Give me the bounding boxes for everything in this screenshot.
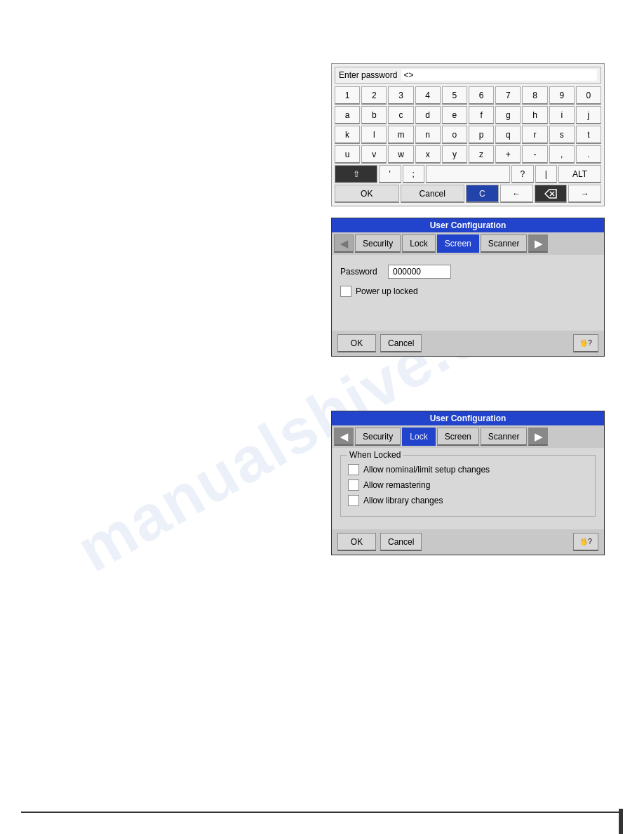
key-5[interactable]: 5 [442, 86, 467, 105]
key-shift[interactable]: ⇧ [335, 165, 377, 183]
panel-2-nav-left[interactable]: ◀ [334, 428, 354, 446]
power-up-locked-label: Power up locked [356, 286, 418, 296]
key-left-arrow[interactable]: ← [500, 185, 533, 203]
key-0[interactable]: 0 [576, 86, 601, 105]
power-up-locked-checkbox[interactable] [340, 286, 351, 297]
key-n[interactable]: n [415, 126, 441, 144]
key-right-arrow[interactable]: → [568, 185, 601, 203]
key-cancel[interactable]: Cancel [401, 185, 465, 203]
keyboard-title-row: Enter password [335, 67, 601, 84]
password-row: Password [340, 265, 596, 279]
key-6[interactable]: 6 [469, 86, 494, 105]
key-2[interactable]: 2 [361, 86, 387, 105]
help-icon-1: 🖐? [579, 339, 592, 347]
allow-library-checkbox[interactable] [348, 495, 359, 506]
power-up-locked-row: Power up locked [340, 286, 596, 297]
key-j[interactable]: j [576, 106, 601, 124]
key-alt[interactable]: ALT [558, 165, 601, 183]
key-o[interactable]: o [442, 126, 467, 144]
key-apostrophe[interactable]: ' [379, 165, 401, 183]
panel-2-help-button[interactable]: 🖐? [573, 533, 598, 551]
allow-nominal-checkbox[interactable] [348, 464, 359, 475]
key-p[interactable]: p [469, 126, 494, 144]
key-question[interactable]: ? [511, 165, 534, 183]
when-locked-group: When Locked Allow nominal/limit setup ch… [340, 455, 596, 517]
allow-remastering-label: Allow remastering [363, 480, 430, 490]
panel-2-body: When Locked Allow nominal/limit setup ch… [332, 448, 604, 529]
password-label: Password [340, 267, 382, 277]
help-icon-2: 🖐? [579, 538, 592, 545]
key-backspace[interactable] [535, 185, 568, 203]
key-h[interactable]: h [522, 106, 547, 124]
key-period[interactable]: . [576, 145, 601, 164]
panel-2-nav-right[interactable]: ▶ [528, 428, 548, 446]
key-u[interactable]: u [335, 145, 360, 164]
keyboard-title-label: Enter password [339, 70, 397, 80]
key-t[interactable]: t [576, 126, 601, 144]
tab-1-screen[interactable]: Screen [437, 234, 479, 253]
tab-1-lock[interactable]: Lock [402, 234, 435, 253]
key-x[interactable]: x [415, 145, 441, 164]
key-3[interactable]: 3 [388, 86, 413, 105]
panel-2-cancel-button[interactable]: Cancel [380, 533, 422, 551]
key-m[interactable]: m [388, 126, 413, 144]
panel-1-body: Password Power up locked [332, 255, 604, 331]
panel-2-footer: OK Cancel 🖐? [332, 529, 604, 555]
tab-2-scanner[interactable]: Scanner [481, 428, 528, 446]
key-clear[interactable]: C [466, 185, 499, 203]
key-b[interactable]: b [361, 106, 387, 124]
key-7[interactable]: 7 [495, 86, 521, 105]
key-4[interactable]: 4 [415, 86, 441, 105]
key-i[interactable]: i [549, 106, 575, 124]
password-input[interactable] [388, 265, 451, 279]
panel-1-ok-button[interactable]: OK [337, 334, 376, 352]
key-r[interactable]: r [522, 126, 547, 144]
key-c[interactable]: c [388, 106, 413, 124]
keyboard-row-k-t: k l m n o p q r s t [335, 126, 601, 144]
key-plus[interactable]: + [495, 145, 521, 164]
panel-1-nav-left[interactable]: ◀ [334, 234, 354, 253]
key-minus[interactable]: - [522, 145, 547, 164]
panel-2-ok-button[interactable]: OK [337, 533, 376, 551]
panel-1-help-button[interactable]: 🖐? [573, 334, 598, 352]
key-e[interactable]: e [442, 106, 467, 124]
svg-marker-0 [545, 190, 556, 198]
key-8[interactable]: 8 [522, 86, 547, 105]
key-comma[interactable]: , [549, 145, 575, 164]
key-pipe[interactable]: | [535, 165, 558, 183]
tab-2-security[interactable]: Security [355, 428, 401, 446]
key-semicolon[interactable]: ; [403, 165, 425, 183]
tab-2-lock[interactable]: Lock [402, 428, 435, 446]
key-1[interactable]: 1 [335, 86, 360, 105]
key-k[interactable]: k [335, 126, 360, 144]
key-z[interactable]: z [469, 145, 494, 164]
allow-nominal-label: Allow nominal/limit setup changes [363, 465, 490, 475]
key-space[interactable] [426, 165, 510, 183]
key-l[interactable]: l [361, 126, 387, 144]
tab-1-security[interactable]: Security [355, 234, 401, 253]
key-9[interactable]: 9 [549, 86, 575, 105]
user-config-panel-2: User Configuration ◀ Security Lock Scree… [331, 411, 605, 555]
key-y[interactable]: y [442, 145, 467, 164]
key-a[interactable]: a [335, 106, 360, 124]
key-g[interactable]: g [495, 106, 521, 124]
key-v[interactable]: v [361, 145, 387, 164]
user-config-panel-1: User Configuration ◀ Security Lock Scree… [331, 218, 605, 357]
panel-1-nav-right[interactable]: ▶ [528, 234, 548, 253]
tab-2-screen[interactable]: Screen [437, 428, 479, 446]
panel-2-title: User Configuration [332, 411, 604, 425]
allow-remastering-checkbox[interactable] [348, 479, 359, 491]
keyboard-grid: 1 2 3 4 5 6 7 8 9 0 a b c d e f g h [335, 86, 601, 203]
tab-1-scanner[interactable]: Scanner [481, 234, 528, 253]
keyboard-row-special: ⇧ ' ; ? | ALT [335, 165, 601, 183]
keyboard-title-input[interactable] [401, 70, 597, 81]
key-q[interactable]: q [495, 126, 521, 144]
key-s[interactable]: s [549, 126, 575, 144]
key-d[interactable]: d [415, 106, 441, 124]
panel-1-footer: OK Cancel 🖐? [332, 331, 604, 356]
panel-2-tabs: ◀ Security Lock Screen Scanner ▶ [332, 425, 604, 448]
key-ok[interactable]: OK [335, 185, 399, 203]
key-w[interactable]: w [388, 145, 413, 164]
panel-1-cancel-button[interactable]: Cancel [380, 334, 422, 352]
key-f[interactable]: f [469, 106, 494, 124]
